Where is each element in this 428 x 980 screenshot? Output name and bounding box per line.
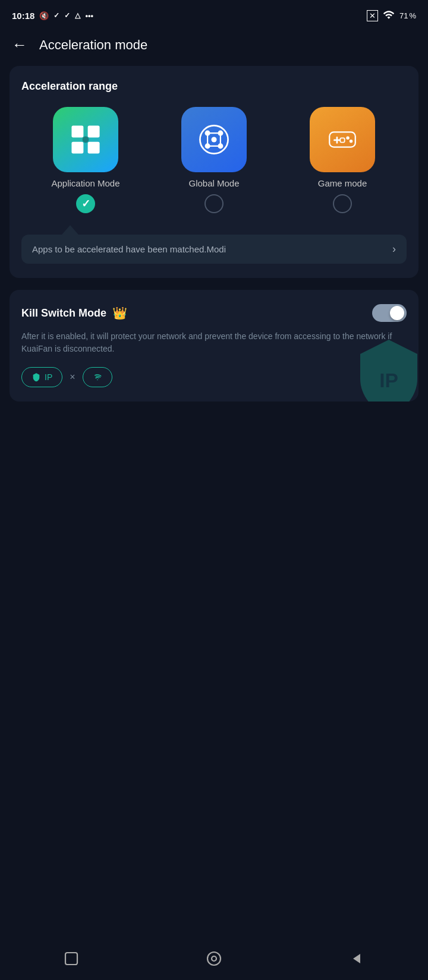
content-spacer	[0, 413, 428, 473]
kill-switch-description: After it is enabled, it will protect you…	[21, 330, 407, 355]
x-icon: ✕	[367, 10, 378, 21]
info-banner-text: Apps to be accelerated have been matched…	[32, 244, 226, 254]
crown-icon: 👑	[112, 306, 127, 320]
svg-point-23	[207, 952, 221, 965]
time-display: 10:18	[12, 11, 34, 21]
check-icon-2: ✓	[64, 11, 70, 20]
wifi-off-icon	[93, 372, 102, 382]
kill-switch-toggle[interactable]	[372, 304, 407, 322]
kill-switch-card: IP Kill Switch Mode 👑 After it is enable…	[10, 290, 418, 402]
svg-point-14	[211, 137, 216, 142]
page-title: Acceleration mode	[39, 37, 147, 53]
wifi-icon	[383, 10, 395, 21]
global-mode-icon	[181, 107, 247, 172]
acceleration-range-title: Acceleration range	[21, 80, 407, 93]
battery-icon: 71 %	[399, 11, 416, 20]
triangle-icon: △	[75, 11, 80, 20]
mute-icon: 🔇	[39, 11, 49, 20]
nav-home-btn[interactable]	[202, 947, 226, 970]
svg-point-18	[346, 137, 349, 140]
circle-nav-icon	[206, 950, 222, 967]
battery-level: 71	[399, 11, 408, 20]
app-mode-label: Application Mode	[51, 178, 119, 188]
mode-global[interactable]: Global Mode	[166, 107, 262, 213]
status-time: 10:18 🔇 ✓ ✓ △ •••	[12, 11, 93, 21]
svg-rect-2	[71, 142, 83, 154]
toggle-knob	[390, 306, 404, 320]
svg-marker-25	[353, 954, 360, 963]
svg-rect-1	[88, 125, 100, 137]
kill-switch-title: Kill Switch Mode	[21, 307, 106, 320]
modes-row: Application Mode Global Mode	[21, 107, 407, 213]
shield-icon	[32, 372, 41, 382]
svg-rect-3	[88, 142, 100, 154]
game-mode-radio[interactable]	[333, 194, 352, 213]
back-button[interactable]: ←	[12, 36, 27, 54]
info-banner-arrow	[62, 225, 78, 235]
game-mode-icon	[310, 107, 375, 172]
info-banner-wrapper: Apps to be accelerated have been matched…	[21, 225, 407, 264]
info-banner-chevron: ›	[392, 243, 396, 255]
ip-filter-btn[interactable]: IP	[21, 367, 62, 387]
top-nav: ← Acceleration mode	[0, 29, 428, 66]
mode-app[interactable]: Application Mode	[38, 107, 133, 213]
svg-rect-20	[340, 138, 344, 142]
ip-filter-label: IP	[45, 372, 52, 382]
nav-back-btn[interactable]	[345, 947, 369, 970]
filter-row: IP ×	[21, 367, 407, 387]
check-icon-1: ✓	[54, 11, 59, 20]
app-mode-icon	[53, 107, 118, 172]
more-icon: •••	[85, 11, 93, 20]
game-mode-label: Game mode	[318, 178, 367, 188]
global-mode-label: Global Mode	[188, 178, 239, 188]
info-banner[interactable]: Apps to be accelerated have been matched…	[21, 235, 407, 264]
mode-game[interactable]: Game mode	[295, 107, 390, 213]
kill-switch-title-row: Kill Switch Mode 👑	[21, 306, 127, 320]
kill-switch-header: Kill Switch Mode 👑	[21, 304, 407, 322]
svg-point-19	[350, 140, 353, 143]
filter-separator: ×	[70, 372, 75, 382]
status-right: ✕ 71 %	[367, 10, 416, 21]
status-bar: 10:18 🔇 ✓ ✓ △ ••• ✕ 71 %	[0, 0, 428, 29]
acceleration-range-card: Acceleration range Application Mode	[10, 66, 418, 278]
square-nav-icon	[63, 950, 80, 967]
bottom-nav	[0, 937, 428, 980]
svg-point-4	[83, 137, 89, 143]
svg-rect-15	[329, 132, 355, 147]
back-nav-icon	[348, 950, 365, 967]
svg-rect-0	[71, 125, 83, 137]
global-mode-radio[interactable]	[204, 194, 224, 213]
wifi-filter-btn[interactable]	[83, 367, 112, 387]
svg-point-24	[212, 956, 216, 961]
nav-square-btn[interactable]	[59, 947, 83, 970]
app-mode-radio[interactable]	[76, 194, 95, 213]
svg-rect-22	[65, 953, 77, 965]
